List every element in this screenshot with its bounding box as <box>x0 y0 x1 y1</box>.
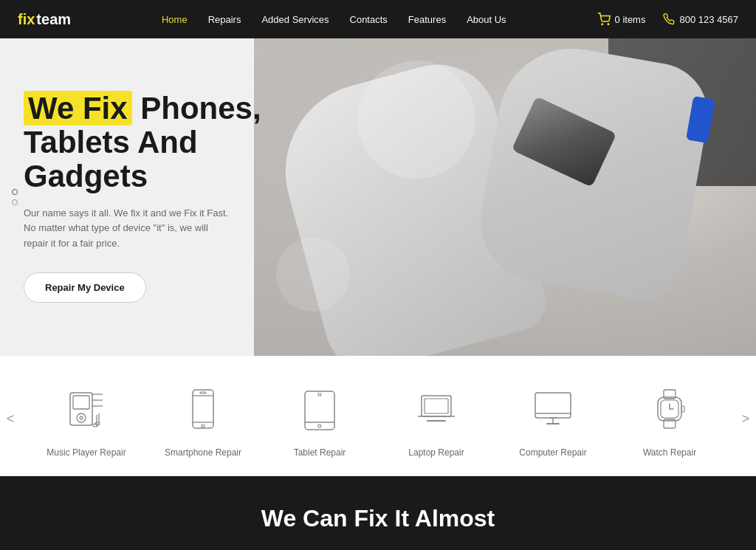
cart-label: 0 items <box>615 14 646 25</box>
svg-point-14 <box>202 424 205 427</box>
hero-title: We Fix Phones, Tablets And Gadgets <box>24 92 304 194</box>
slide-dots <box>12 189 18 205</box>
laptop-icon <box>414 387 458 431</box>
dark-section-heading: We Can Fix It Almost <box>261 505 495 532</box>
nav-about-us[interactable]: About Us <box>467 14 506 25</box>
services-inner: < <box>0 379 756 458</box>
hero-title-line2: Tablets And <box>24 125 198 159</box>
nav-contacts[interactable]: Contacts <box>350 14 388 25</box>
laptop-icon-wrap <box>407 379 466 439</box>
service-item-watch[interactable]: Watch Repair <box>618 379 721 458</box>
svg-point-5 <box>80 416 83 419</box>
hero-background <box>254 38 756 356</box>
next-arrow[interactable]: > <box>735 396 756 441</box>
services-list: Music Player Repair Smartphone Repair <box>21 379 735 458</box>
hero-highlight: We Fix <box>24 91 132 126</box>
service-item-laptop[interactable]: Laptop Repair <box>385 379 488 458</box>
hero-title-line3: Gadgets <box>24 159 148 193</box>
nav-features[interactable]: Features <box>408 14 446 25</box>
prev-arrow[interactable]: < <box>0 396 21 441</box>
tablet-icon <box>298 387 342 431</box>
watch-icon <box>647 387 692 431</box>
header-right: 0 items 800 123 4567 <box>597 13 738 26</box>
svg-point-1 <box>608 24 609 25</box>
service-item-computer[interactable]: Computer Repair <box>501 379 605 458</box>
svg-rect-15 <box>200 392 206 393</box>
svg-rect-34 <box>681 406 684 412</box>
smartphone-label: Smartphone Repair <box>165 447 241 458</box>
service-item-tablet[interactable]: Tablet Repair <box>268 379 371 458</box>
svg-point-4 <box>77 413 86 422</box>
hero-title-rest: Phones, <box>132 91 261 126</box>
logo-fix: fix <box>18 11 35 28</box>
services-strip: < <box>0 356 756 476</box>
cta-button[interactable]: Repair My Device <box>24 272 146 303</box>
logo[interactable]: fix team <box>18 11 71 28</box>
watch-icon-wrap <box>640 379 699 439</box>
smartphone-icon-wrap <box>173 379 233 439</box>
svg-rect-16 <box>305 391 334 430</box>
dot-1[interactable] <box>12 189 18 195</box>
svg-rect-19 <box>318 393 321 396</box>
svg-point-0 <box>602 24 603 25</box>
dark-section: We Can Fix It Almost <box>0 476 756 550</box>
hero-section: We Fix Phones, Tablets And Gadgets Our n… <box>0 38 756 356</box>
computer-label: Computer Repair <box>519 447 586 458</box>
dot-2[interactable] <box>12 199 18 205</box>
hex-shape-large <box>357 61 475 179</box>
svg-rect-23 <box>535 393 571 418</box>
smartphone-icon <box>181 387 225 431</box>
svg-rect-3 <box>73 396 89 409</box>
site-header: fix team Home Repairs Added Services Con… <box>0 0 756 38</box>
music-player-icon-wrap <box>57 379 116 439</box>
svg-point-18 <box>318 424 321 427</box>
service-item-music[interactable]: Music Player Repair <box>35 379 138 458</box>
nav-added-services[interactable]: Added Services <box>261 14 329 25</box>
hero-content: We Fix Phones, Tablets And Gadgets Our n… <box>24 92 304 303</box>
main-nav: Home Repairs Added Services Contacts Fea… <box>162 14 506 25</box>
music-player-label: Music Player Repair <box>47 447 126 458</box>
tablet-label: Tablet Repair <box>294 447 346 458</box>
music-player-icon <box>64 387 109 431</box>
cart-button[interactable]: 0 items <box>597 13 646 26</box>
phone-icon <box>663 13 675 25</box>
hero-subtitle: Our name says it all. We fix it and we F… <box>24 206 230 252</box>
laptop-label: Laptop Repair <box>408 447 464 458</box>
computer-icon-wrap <box>523 379 583 439</box>
logo-team: team <box>36 11 71 28</box>
tablet-icon-wrap <box>290 379 349 439</box>
service-item-smartphone[interactable]: Smartphone Repair <box>151 379 255 458</box>
watch-label: Watch Repair <box>643 447 696 458</box>
computer-icon <box>531 387 575 431</box>
cart-icon <box>597 13 611 26</box>
phone-display: 800 123 4567 <box>663 13 738 25</box>
nav-home[interactable]: Home <box>162 14 188 25</box>
nav-repairs[interactable]: Repairs <box>208 14 241 25</box>
svg-rect-22 <box>425 399 448 413</box>
phone-number: 800 123 4567 <box>679 14 738 25</box>
